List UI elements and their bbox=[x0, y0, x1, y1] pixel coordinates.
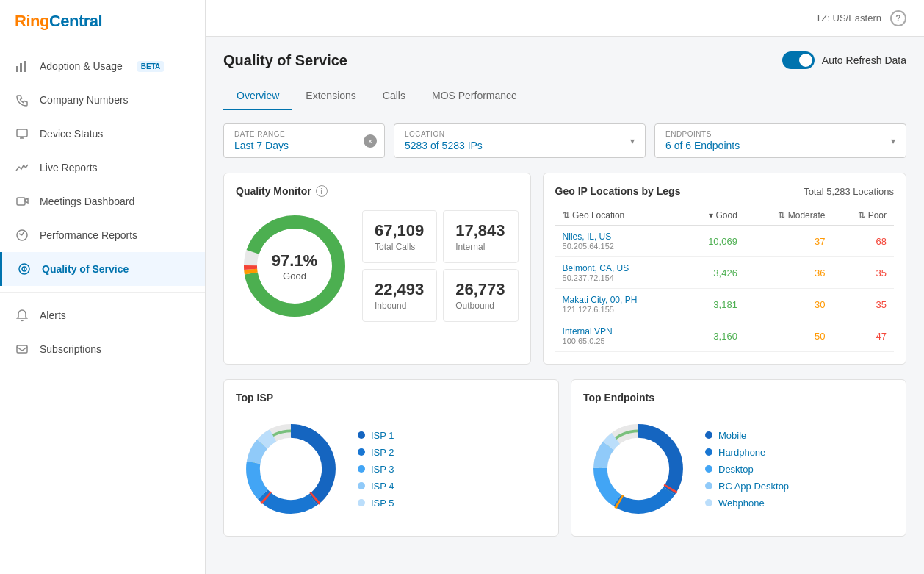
svg-rect-4 bbox=[17, 129, 27, 137]
live-icon bbox=[15, 160, 29, 175]
sidebar-item-live-reports-label: Live Reports bbox=[40, 162, 98, 173]
top-isp-donut bbox=[236, 414, 346, 524]
sidebar-item-alerts-label: Alerts bbox=[40, 309, 66, 321]
geo-good-3: 3,160 bbox=[682, 320, 745, 352]
table-row: Niles, IL, US 50.205.64.152 10,069 37 68 bbox=[555, 226, 894, 257]
tab-bar: Overview Extensions Calls MOS Performanc… bbox=[223, 82, 906, 110]
stat-total-calls-value: 67,109 bbox=[375, 221, 425, 240]
legend-isp-2[interactable]: ISP 2 bbox=[358, 447, 394, 458]
geo-ip-total: Total 5,283 Locations bbox=[804, 186, 894, 197]
tab-mos-performance[interactable]: MOS Performance bbox=[419, 82, 530, 110]
geo-loc-name-0: Niles, IL, US bbox=[563, 232, 612, 242]
geo-good-1: 3,426 bbox=[682, 257, 745, 289]
stat-total-calls: 67,109 Total Calls bbox=[362, 210, 437, 263]
quality-monitor-content: 97.1% Good 67,109 Total Calls 17,843 Int… bbox=[236, 207, 519, 325]
sidebar-item-live-reports[interactable]: Live Reports bbox=[0, 151, 205, 184]
location-label: LOCATION bbox=[405, 130, 624, 138]
legend-hardphone[interactable]: Hardphone bbox=[705, 447, 789, 458]
location-filter[interactable]: LOCATION 5283 of 5283 IPs ▾ bbox=[394, 123, 646, 158]
sidebar-item-subscriptions[interactable]: Subscriptions bbox=[0, 332, 205, 366]
legend-webphone[interactable]: Webphone bbox=[705, 498, 789, 509]
top-isp-svg bbox=[236, 414, 346, 524]
chart-icon bbox=[15, 59, 29, 73]
geo-ip-table: ⇅ Geo Location ▾ Good ⇅ Moderate ⇅ Poor … bbox=[555, 206, 894, 352]
geo-loc-ip-2: 121.127.6.155 bbox=[563, 305, 675, 314]
date-range-filter[interactable]: DATE RANGE Last 7 Days × bbox=[223, 123, 385, 158]
sidebar: RingCentral Adoption & Usage BETA Compan… bbox=[0, 0, 206, 574]
legend-isp-1[interactable]: ISP 1 bbox=[358, 430, 394, 441]
legend-desktop-dot bbox=[705, 465, 712, 473]
logo: RingCentral bbox=[0, 0, 205, 43]
sidebar-item-adoption-label: Adoption & Usage bbox=[40, 60, 123, 72]
quality-percentage: 97.1% bbox=[272, 251, 317, 270]
col-poor[interactable]: ⇅ Poor bbox=[832, 206, 894, 226]
quality-stats-grid: 67,109 Total Calls 17,843 Internal 22,49… bbox=[362, 210, 519, 322]
timezone-label: TZ: US/Eastern bbox=[815, 12, 881, 24]
location-chevron-icon: ▾ bbox=[630, 136, 635, 146]
col-moderate[interactable]: ⇅ Moderate bbox=[745, 206, 833, 226]
content-area: Quality of Service Auto Refresh Data Ove… bbox=[206, 37, 924, 574]
page-header: Quality of Service Auto Refresh Data bbox=[223, 51, 906, 69]
quality-donut-label: 97.1% Good bbox=[272, 251, 317, 281]
legend-isp-4[interactable]: ISP 4 bbox=[358, 481, 394, 492]
endpoints-chevron-icon: ▾ bbox=[891, 136, 895, 146]
date-range-clear-button[interactable]: × bbox=[364, 134, 377, 148]
legend-isp-1-dot bbox=[358, 431, 365, 439]
top-isp-title: Top ISP bbox=[236, 392, 546, 403]
svg-point-9 bbox=[24, 268, 25, 270]
quality-monitor-card: Quality Monitor i bbox=[223, 173, 531, 365]
geo-poor-0: 68 bbox=[832, 226, 894, 257]
top-endpoints-title: Top Endpoints bbox=[583, 392, 894, 403]
legend-hardphone-label: Hardphone bbox=[718, 447, 765, 458]
sidebar-item-meetings-dashboard[interactable]: Meetings Dashboard bbox=[0, 184, 205, 218]
legend-desktop[interactable]: Desktop bbox=[705, 464, 789, 475]
legend-hardphone-dot bbox=[705, 448, 712, 456]
legend-isp-2-label: ISP 2 bbox=[371, 447, 394, 458]
tab-overview[interactable]: Overview bbox=[223, 82, 292, 110]
legend-mobile[interactable]: Mobile bbox=[705, 430, 789, 441]
legend-rc-app-desktop[interactable]: RC App Desktop bbox=[705, 481, 789, 492]
date-range-value: Last 7 Days bbox=[234, 140, 374, 151]
legend-isp-5[interactable]: ISP 5 bbox=[358, 498, 394, 509]
sidebar-item-company-numbers[interactable]: Company Numbers bbox=[0, 83, 205, 117]
geo-loc-ip-3: 100.65.0.25 bbox=[563, 337, 675, 345]
endpoints-filter[interactable]: ENDPOINTS 6 of 6 Endpoints ▾ bbox=[654, 123, 906, 158]
sidebar-divider bbox=[0, 292, 205, 293]
sidebar-item-device-status-label: Device Status bbox=[40, 128, 103, 140]
sidebar-item-quality-of-service[interactable]: Quality of Service bbox=[0, 252, 205, 286]
auto-refresh-switch[interactable] bbox=[782, 51, 815, 69]
quality-monitor-title-text: Quality Monitor bbox=[236, 185, 311, 197]
sidebar-item-adoption[interactable]: Adoption & Usage BETA bbox=[0, 49, 205, 83]
device-icon bbox=[15, 126, 29, 141]
sidebar-item-quality-of-service-label: Quality of Service bbox=[42, 263, 129, 275]
auto-refresh-toggle[interactable]: Auto Refresh Data bbox=[782, 51, 906, 69]
tab-extensions[interactable]: Extensions bbox=[292, 82, 369, 110]
table-row: Makati City, 00, PH 121.127.6.155 3,181 … bbox=[555, 289, 894, 320]
meetings-icon bbox=[15, 194, 29, 209]
sidebar-item-performance-reports[interactable]: Performance Reports bbox=[0, 218, 205, 252]
quality-monitor-info-icon[interactable]: i bbox=[316, 185, 328, 197]
endpoints-filter-content: ENDPOINTS 6 of 6 Endpoints bbox=[665, 130, 885, 151]
legend-isp-3[interactable]: ISP 3 bbox=[358, 464, 394, 475]
geo-poor-2: 35 bbox=[832, 289, 894, 320]
quality-monitor-title: Quality Monitor i bbox=[236, 185, 519, 197]
topbar: TZ: US/Eastern ? bbox=[206, 0, 924, 37]
geo-table-header-row: ⇅ Geo Location ▾ Good ⇅ Moderate ⇅ Poor bbox=[555, 206, 894, 226]
top-endpoints-content: Mobile Hardphone Desktop RC App Des bbox=[583, 414, 894, 524]
sidebar-item-meetings-dashboard-label: Meetings Dashboard bbox=[40, 195, 134, 207]
geo-poor-1: 35 bbox=[832, 257, 894, 289]
beta-badge: BETA bbox=[137, 61, 164, 72]
tab-calls[interactable]: Calls bbox=[369, 82, 419, 110]
col-geo-location[interactable]: ⇅ Geo Location bbox=[555, 206, 682, 226]
bell-icon bbox=[15, 308, 29, 323]
sidebar-item-device-status[interactable]: Device Status bbox=[0, 117, 205, 151]
svg-rect-0 bbox=[16, 66, 18, 72]
stat-outbound-label: Outbound bbox=[455, 301, 505, 311]
location-filter-content: LOCATION 5283 of 5283 IPs bbox=[405, 130, 624, 151]
help-icon[interactable]: ? bbox=[890, 10, 906, 26]
toggle-slider bbox=[782, 51, 815, 69]
col-good[interactable]: ▾ Good bbox=[682, 206, 745, 226]
page-title: Quality of Service bbox=[223, 52, 347, 69]
legend-isp-2-dot bbox=[358, 448, 365, 456]
sidebar-item-alerts[interactable]: Alerts bbox=[0, 298, 205, 332]
